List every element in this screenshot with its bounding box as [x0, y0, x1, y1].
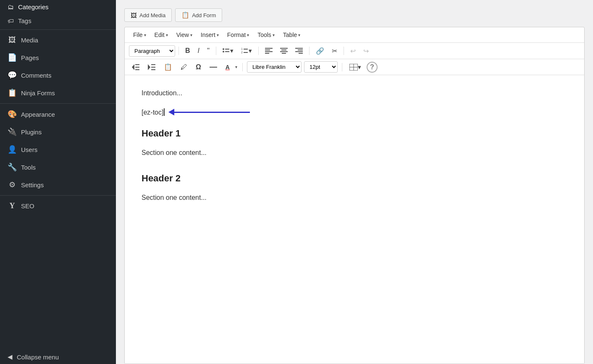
menu-bar: File ▾ Edit ▾ View ▾ Insert ▾ Format ▾ — [125, 27, 584, 43]
sidebar-item-plugins[interactable]: 🔌 Plugins — [0, 123, 116, 141]
svg-rect-14 — [280, 51, 288, 52]
menu-format-label: Format — [227, 31, 246, 38]
indent-button[interactable] — [145, 63, 158, 72]
collapse-icon: ◀ — [8, 353, 13, 361]
svg-rect-10 — [265, 51, 273, 52]
sidebar-item-label: Tools — [21, 164, 36, 171]
sidebar-item-label: Users — [21, 146, 37, 153]
add-form-label: Add Form — [192, 12, 216, 18]
sidebar-item-users[interactable]: 👤 Users — [0, 141, 116, 158]
sidebar-item-comments[interactable]: 💬 Comments — [0, 66, 116, 84]
toolbar-separator — [178, 47, 179, 55]
svg-rect-15 — [282, 53, 286, 54]
menu-item-insert[interactable]: Insert ▾ — [197, 30, 222, 40]
menu-item-format[interactable]: Format ▾ — [224, 30, 252, 40]
sidebar: 🗂 Categories 🏷 Tags 🖼 Media 📄 Pages 💬 Co… — [0, 0, 116, 364]
format-toolbar: Paragraph Heading 1 Heading 2 Heading 3 … — [125, 43, 584, 59]
toolbar-separator — [344, 47, 344, 55]
svg-rect-27 — [151, 69, 155, 70]
table-arrow-icon: ▾ — [298, 33, 300, 37]
menu-edit-label: Edit — [155, 31, 165, 38]
sidebar-item-settings[interactable]: ⚙ Settings — [0, 176, 116, 194]
menu-file-label: File — [133, 31, 143, 38]
undo-button[interactable]: ↩ — [347, 45, 359, 57]
toolbar-separator — [216, 47, 216, 55]
svg-text:2: 2 — [241, 51, 243, 54]
add-media-button[interactable]: 🖼 Add Media — [124, 8, 172, 22]
add-form-button[interactable]: 📋 Add Form — [175, 8, 222, 22]
sidebar-item-categories[interactable]: 🗂 Categories — [0, 0, 116, 14]
bold-button[interactable]: B — [182, 45, 193, 56]
eraser-button[interactable]: 🖊 — [178, 62, 190, 73]
sidebar-item-label: Pages — [21, 54, 39, 61]
align-right-button[interactable] — [292, 46, 306, 55]
menu-item-file[interactable]: File ▾ — [130, 30, 150, 40]
align-left-button[interactable] — [262, 46, 276, 55]
redo-button[interactable]: ↪ — [360, 45, 372, 57]
intro-paragraph: Introduction... — [142, 88, 567, 99]
sidebar-item-label: Comments — [21, 72, 52, 79]
blockquote-button[interactable]: " — [204, 45, 213, 57]
sidebar-item-label: Settings — [21, 181, 44, 189]
svg-rect-11 — [265, 53, 269, 54]
svg-rect-13 — [281, 50, 286, 50]
add-form-icon: 📋 — [181, 11, 189, 19]
align-center-button[interactable] — [277, 46, 291, 55]
menu-item-tools[interactable]: Tools ▾ — [254, 30, 278, 40]
users-icon: 👤 — [8, 145, 17, 154]
cursor — [164, 108, 165, 116]
shortcode-line: [ez-toc] — [142, 107, 567, 118]
svg-marker-24 — [148, 64, 150, 70]
add-media-label: Add Media — [139, 12, 165, 18]
section2: Header 2 Section one content... — [142, 171, 567, 203]
arrow-annotation — [169, 109, 250, 115]
outdent-button[interactable] — [129, 63, 142, 72]
sidebar-item-label: Plugins — [21, 128, 42, 136]
bullet-list-button[interactable]: ▾ — [220, 45, 236, 56]
tools-arrow-icon: ▾ — [273, 33, 275, 37]
header2: Header 2 — [142, 171, 567, 186]
sidebar-item-appearance[interactable]: 🎨 Appearance — [0, 105, 116, 123]
unlink-button[interactable]: ✂ — [329, 45, 340, 57]
table-insert-button[interactable]: ▾ — [346, 62, 364, 73]
menu-tools-label: Tools — [257, 31, 271, 38]
sidebar-divider — [0, 29, 116, 30]
insert-arrow-icon: ▾ — [217, 33, 219, 37]
sidebar-item-media[interactable]: 🖼 Media — [0, 31, 116, 49]
svg-rect-3 — [225, 51, 229, 52]
sidebar-item-tags[interactable]: 🏷 Tags — [0, 14, 116, 28]
svg-rect-28 — [210, 67, 217, 68]
svg-rect-12 — [280, 48, 288, 49]
sidebar-item-seo[interactable]: Y SEO — [0, 197, 116, 215]
menu-item-table[interactable]: Table ▾ — [280, 30, 304, 40]
menu-item-edit[interactable]: Edit ▾ — [151, 30, 171, 40]
sidebar-item-pages[interactable]: 📄 Pages — [0, 49, 116, 66]
sidebar-item-collapse[interactable]: ◀ Collapse menu — [0, 350, 116, 364]
paragraph-select[interactable]: Paragraph Heading 1 Heading 2 Heading 3 — [129, 45, 175, 57]
svg-rect-16 — [295, 48, 303, 49]
svg-rect-8 — [265, 48, 273, 49]
clipboard-button[interactable]: 📋 — [161, 61, 175, 73]
tags-icon: 🏷 — [8, 17, 14, 24]
font-family-select[interactable]: Libre Franklin — [247, 61, 302, 73]
media-icon: 🖼 — [8, 36, 17, 45]
font-color-button[interactable]: A — [223, 62, 233, 72]
omega-button[interactable]: Ω — [193, 62, 204, 73]
editor-body[interactable]: Introduction... [ez-toc] Header 1 Sectio… — [125, 75, 584, 364]
toolbar-separator — [342, 63, 342, 71]
numbered-list-button[interactable]: 12 ▾ — [238, 45, 255, 56]
help-button[interactable]: ? — [367, 62, 378, 73]
italic-button[interactable]: I — [195, 45, 202, 56]
shortcode-text: [ez-toc] — [142, 107, 163, 118]
sidebar-item-tools[interactable]: 🔧 Tools — [0, 158, 116, 176]
section2-content: Section one content... — [142, 192, 567, 203]
menu-item-view[interactable]: View ▾ — [173, 30, 196, 40]
horizontal-rule-button[interactable] — [207, 63, 220, 72]
section1-content: Section one content... — [142, 147, 567, 158]
toolbar-separator — [242, 63, 243, 71]
svg-rect-19 — [299, 53, 303, 54]
font-size-select[interactable]: 12pt 10pt 14pt 18pt — [304, 61, 338, 73]
link-button[interactable]: 🔗 — [313, 45, 327, 57]
editor-wrapper: 🖼 Add Media 📋 Add Form File ▾ Edit ▾ — [116, 0, 593, 364]
sidebar-item-ninja-forms[interactable]: 📋 Ninja Forms — [0, 84, 116, 102]
